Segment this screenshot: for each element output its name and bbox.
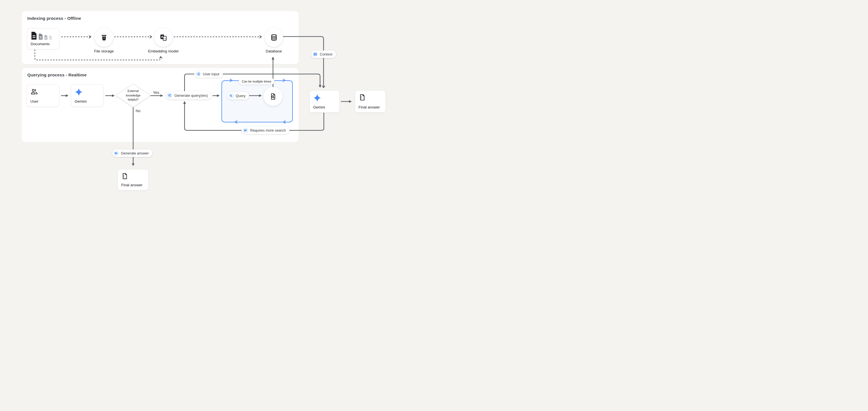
- gemini-star-icon: [313, 94, 321, 102]
- user-group-icon: [30, 88, 38, 96]
- gemini-left-label: Gemini: [75, 99, 100, 104]
- querying-title: Querying process - Realtime: [27, 72, 87, 78]
- user-input-icon: [195, 71, 201, 77]
- gemini-right-node: Gemini: [309, 90, 340, 113]
- context-icon: [313, 52, 318, 57]
- embedding-model-top-node: A 0,1: [154, 28, 173, 47]
- user-input-label: User input: [203, 72, 219, 76]
- bucket-icon: [100, 34, 108, 41]
- database-label: Database: [254, 49, 293, 54]
- embedding-model-top-label: Embedding model: [144, 49, 183, 54]
- yes-label: Yes: [153, 90, 159, 95]
- svg-text:0,1: 0,1: [163, 37, 166, 39]
- generate-answer-label: Generate answer: [121, 151, 149, 155]
- generate-queries-badge: Generate query(ies): [165, 91, 211, 99]
- documents-node: Documents: [27, 28, 59, 49]
- document-icon: [44, 35, 48, 40]
- user-label: User: [30, 99, 56, 104]
- final-answer-right-label: Final answer: [359, 105, 382, 109]
- generate-answer-badge: Generate answer: [112, 149, 152, 157]
- final-answer-bottom-label: Final answer: [121, 183, 145, 187]
- generate-queries-label: Generate query(ies): [175, 93, 208, 97]
- documents-label: Documents: [31, 42, 56, 46]
- final-answer-doc-icon: [121, 173, 128, 180]
- can-be-multiple-badge: Can be multiple times: [239, 78, 274, 85]
- search-sparkle-icon: [166, 93, 173, 98]
- file-storage-label: File storage: [84, 49, 123, 54]
- requires-more-search-badge: Requires more search: [242, 126, 289, 134]
- no-label: No: [136, 109, 141, 113]
- gemini-star-icon: [75, 88, 83, 96]
- gemini-right-label: Gemini: [313, 105, 336, 109]
- query-loop-box: [221, 80, 293, 122]
- user-input-badge: User input: [194, 70, 223, 78]
- embedding-model-icon: A 0,1: [160, 34, 167, 41]
- final-answer-doc-icon: [359, 94, 366, 101]
- database-icon: [270, 34, 278, 41]
- query-label: Query: [236, 94, 245, 98]
- requires-more-search-label: Requires more search: [250, 128, 286, 133]
- document-icon: [31, 31, 37, 40]
- indexing-title: Indexing process - Offline: [27, 16, 81, 21]
- database-node: [265, 28, 283, 47]
- final-answer-right-node: Final answer: [355, 90, 386, 113]
- user-node: User: [27, 85, 59, 107]
- send-sparkle-icon: [243, 128, 248, 133]
- search-icon: [228, 93, 234, 98]
- gemini-left-node: Gemini: [71, 85, 104, 107]
- context-badge: Context: [311, 51, 336, 58]
- document-icon: [49, 35, 52, 40]
- embedding-model-query-node: [264, 87, 282, 106]
- send-icon: [114, 151, 119, 156]
- file-storage-node: [95, 28, 113, 47]
- documents-icons: [31, 31, 56, 40]
- document-icon: [38, 33, 43, 40]
- context-label: Context: [320, 52, 332, 56]
- final-answer-bottom-node: Final answer: [118, 169, 149, 190]
- search-document-icon: [269, 93, 277, 100]
- query-badge: Query: [227, 92, 249, 99]
- decision-text: External knowledge helpful?: [114, 83, 153, 109]
- can-be-multiple-label: Can be multiple times: [242, 80, 271, 83]
